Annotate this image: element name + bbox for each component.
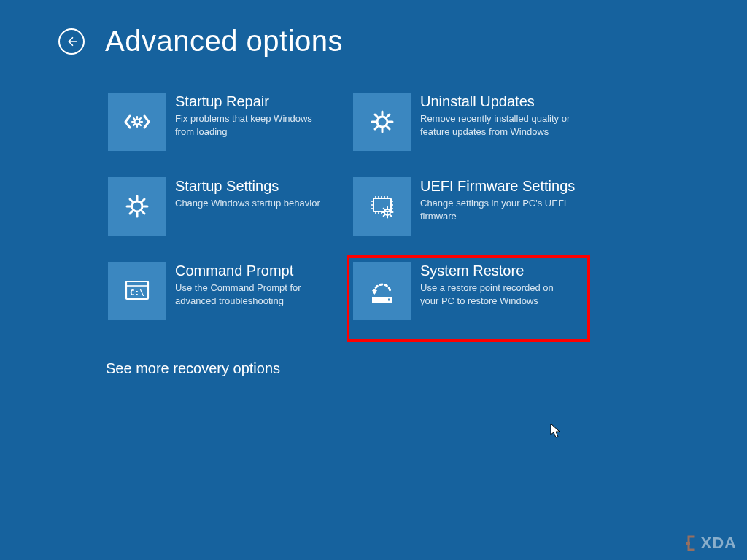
tile-command-prompt[interactable]: C:\ Command Prompt Use the Command Promp… bbox=[106, 260, 341, 338]
tile-desc: Change Windows startup behavior bbox=[175, 197, 328, 210]
svg-rect-59 bbox=[686, 542, 690, 545]
svg-line-8 bbox=[140, 125, 141, 125]
watermark-bracket-icon bbox=[685, 535, 698, 551]
page-title: Advanced options bbox=[105, 25, 343, 58]
svg-line-7 bbox=[133, 125, 134, 125]
uninstall-updates-icon bbox=[353, 93, 411, 151]
svg-point-9 bbox=[377, 117, 387, 127]
svg-line-6 bbox=[140, 118, 141, 119]
tile-text: Uninstall Updates Remove recently instal… bbox=[420, 93, 584, 138]
tile-title: UEFI Firmware Settings bbox=[420, 177, 584, 195]
svg-line-17 bbox=[387, 127, 390, 130]
svg-text:C:\: C:\ bbox=[130, 288, 144, 298]
tile-desc: Use the Command Prompt for advanced trou… bbox=[175, 281, 328, 307]
svg-line-25 bbox=[130, 211, 133, 214]
svg-line-16 bbox=[375, 127, 378, 130]
system-restore-icon bbox=[353, 262, 411, 320]
svg-point-18 bbox=[132, 201, 142, 211]
svg-line-5 bbox=[133, 118, 134, 119]
tile-desc: Remove recently installed quality or fea… bbox=[420, 112, 573, 138]
svg-line-14 bbox=[375, 114, 378, 117]
command-prompt-icon: C:\ bbox=[108, 262, 166, 320]
tile-text: Startup Repair Fix problems that keep Wi… bbox=[175, 93, 338, 138]
tile-startup-settings[interactable]: Startup Settings Change Windows startup … bbox=[106, 175, 341, 238]
tile-text: Command Prompt Use the Command Prompt fo… bbox=[175, 262, 338, 307]
tile-desc: Use a restore point recorded on your PC … bbox=[420, 281, 573, 307]
tile-title: System Restore bbox=[420, 262, 584, 279]
svg-marker-56 bbox=[372, 290, 377, 295]
tile-system-restore[interactable]: System Restore Use a restore point recor… bbox=[351, 260, 586, 338]
startup-repair-icon bbox=[108, 93, 166, 151]
svg-point-0 bbox=[135, 120, 140, 125]
tile-title: Command Prompt bbox=[175, 262, 338, 279]
tile-uefi-firmware[interactable]: UEFI Firmware Settings Change settings i… bbox=[351, 175, 586, 238]
arrow-left-icon bbox=[65, 35, 78, 48]
tile-title: Startup Repair bbox=[175, 93, 338, 110]
watermark: XDA bbox=[685, 534, 737, 553]
cursor-icon bbox=[550, 423, 562, 439]
tile-text: Startup Settings Change Windows startup … bbox=[175, 177, 338, 210]
svg-line-52 bbox=[390, 215, 392, 217]
tile-uninstall-updates[interactable]: Uninstall Updates Remove recently instal… bbox=[351, 90, 586, 153]
svg-line-49 bbox=[384, 209, 385, 210]
tile-title: Startup Settings bbox=[175, 177, 338, 195]
svg-line-50 bbox=[390, 209, 392, 210]
svg-rect-58 bbox=[388, 299, 390, 301]
tile-text: System Restore Use a restore point recor… bbox=[420, 262, 584, 307]
tile-startup-repair[interactable]: Startup Repair Fix problems that keep Wi… bbox=[106, 90, 341, 153]
see-more-recovery-link[interactable]: See more recovery options bbox=[106, 360, 280, 377]
svg-line-51 bbox=[384, 215, 385, 217]
watermark-text: XDA bbox=[701, 534, 737, 553]
back-button[interactable] bbox=[58, 28, 85, 55]
header: Advanced options bbox=[58, 25, 343, 58]
svg-line-24 bbox=[142, 199, 145, 202]
svg-line-26 bbox=[142, 211, 145, 214]
tile-desc: Change settings in your PC's UEFI firmwa… bbox=[420, 197, 573, 222]
tile-text: UEFI Firmware Settings Change settings i… bbox=[420, 177, 584, 222]
uefi-firmware-icon bbox=[353, 177, 411, 236]
startup-settings-icon bbox=[108, 177, 166, 236]
svg-line-15 bbox=[387, 114, 390, 117]
svg-line-23 bbox=[130, 199, 133, 202]
options-grid: Startup Repair Fix problems that keep Wi… bbox=[106, 90, 586, 338]
tile-desc: Fix problems that keep Windows from load… bbox=[175, 112, 328, 138]
tile-title: Uninstall Updates bbox=[420, 93, 584, 110]
